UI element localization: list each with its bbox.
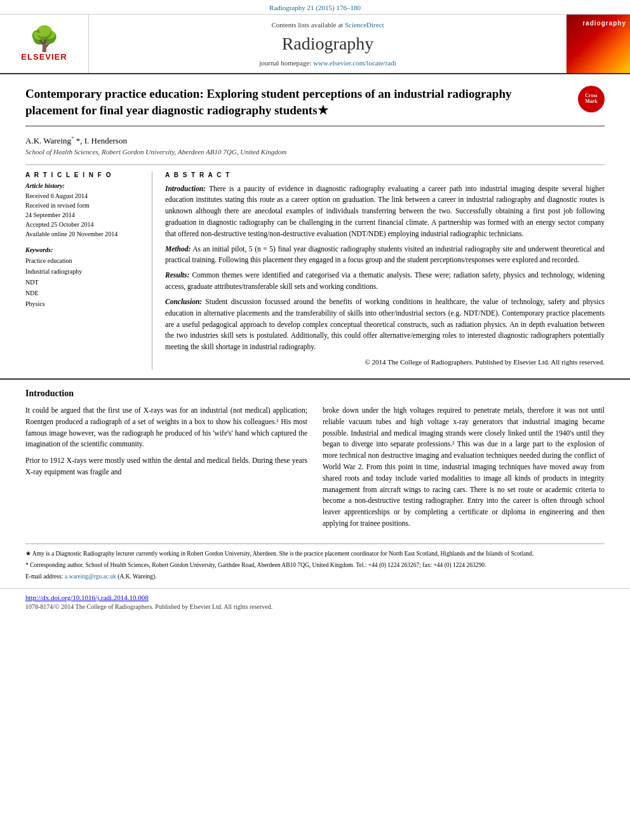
affiliation: School of Health Sciences, Robert Gordon… [25, 148, 605, 156]
journal-cover: radiography [566, 15, 630, 73]
intro-para-2: Prior to 1912 X-rays were mostly used wi… [25, 455, 307, 478]
footnotes-section: ★ Amy is a Diagnostic Radiography lectur… [25, 543, 605, 582]
article-title-section: Contemporary practice education: Explori… [25, 86, 605, 126]
available-date: Available online 20 November 2014 [25, 229, 143, 239]
main-content: Contemporary practice education: Explori… [0, 74, 630, 370]
accepted-date: Accepted 25 October 2014 [25, 220, 143, 229]
issn-line: 1078-8174/© 2014 The College of Radiogra… [25, 603, 605, 610]
keyword-1: Practice education [25, 255, 143, 266]
elsevier-label: ELSEVIER [21, 52, 67, 62]
section-divider [0, 378, 630, 380]
journal-header: 🌳 ELSEVIER Contents lists available at S… [0, 15, 630, 74]
keywords-label: Keywords: [25, 246, 143, 253]
journal-title: Radiography [102, 34, 554, 54]
keyword-2: Industrial radiography [25, 266, 143, 277]
introduction-section: Introduction It could be argued that the… [0, 389, 630, 535]
journal-citation: Radiography 21 (2015) 176–180 [0, 0, 630, 15]
article-title: Contemporary practice education: Explori… [25, 86, 546, 118]
footnote-2: * Corresponding author. School of Health… [25, 561, 605, 570]
journal-title-area: Contents lists available at ScienceDirec… [89, 15, 566, 73]
conclusion-text: Student discussion focussed around the b… [165, 298, 605, 350]
method-label: Method: [165, 245, 191, 253]
method-text: As an initial pilot, 5 (n = 5) final yea… [165, 245, 605, 264]
author-primary: A.K. Wareing [25, 137, 71, 146]
intro-text: There is a paucity of evidence in diagno… [165, 185, 605, 237]
footnote-email: E-mail address: a.wareing@rgu.ac.uk (A.K… [25, 572, 605, 581]
article-history: Article history: Received 6 August 2014 … [25, 182, 143, 239]
science-direct-link[interactable]: ScienceDirect [345, 21, 384, 29]
intro-para-3: broke down under the high voltages requi… [323, 405, 605, 530]
authors-line: A.K. Wareing* *, I. Henderson [25, 135, 605, 146]
article-info-abstract-section: A R T I C L E I N F O Article history: R… [25, 164, 605, 370]
history-label: Article history: [25, 182, 143, 189]
doi-anchor[interactable]: http://dx.doi.org/10.1016/j.radi.2014.10… [25, 594, 149, 601]
doi-link: http://dx.doi.org/10.1016/j.radi.2014.10… [25, 594, 605, 601]
keyword-3: NDT [25, 277, 143, 288]
results-text: Common themes were identified and catego… [165, 271, 605, 290]
intro-para-1: It could be argued that the first use of… [25, 405, 307, 450]
copyright-line: © 2014 The College of Radiographers. Pub… [165, 358, 605, 366]
body-col-left: It could be argued that the first use of… [25, 405, 307, 535]
body-col-right: broke down under the high voltages requi… [323, 405, 605, 535]
homepage-link[interactable]: www.elsevier.com/locate/radi [313, 59, 396, 67]
cover-image: radiography [566, 15, 630, 73]
elsevier-logo: 🌳 ELSEVIER [21, 27, 67, 62]
bottom-bar: http://dx.doi.org/10.1016/j.radi.2014.10… [0, 588, 630, 617]
article-info-heading: A R T I C L E I N F O [25, 171, 143, 178]
citation-text: Radiography 21 (2015) 176–180 [269, 4, 361, 11]
cover-label: radiography [582, 20, 626, 27]
crossmark-badge: CrossMark [578, 86, 605, 112]
abstract-results: Results: Common themes were identified a… [165, 270, 605, 293]
article-info-column: A R T I C L E I N F O Article history: R… [25, 171, 152, 370]
keywords-section: Keywords: Practice education Industrial … [25, 246, 143, 309]
footnote-1: ★ Amy is a Diagnostic Radiography lectur… [25, 549, 605, 558]
page: Radiography 21 (2015) 176–180 🌳 ELSEVIER… [0, 0, 630, 617]
author-sup: * [71, 135, 74, 142]
results-label: Results: [165, 271, 189, 279]
revised-label: Received in revised form [25, 201, 143, 210]
body-two-col: It could be argued that the first use of… [25, 405, 605, 535]
authors-section: A.K. Wareing* *, I. Henderson School of … [25, 135, 605, 155]
abstract-column: A B S T R A C T Introduction: There is a… [165, 171, 605, 370]
abstract-method: Method: As an initial pilot, 5 (n = 5) f… [165, 244, 605, 267]
email-link[interactable]: a.wareing@rgu.ac.uk [65, 573, 116, 580]
tree-icon: 🌳 [21, 27, 67, 51]
science-direct-line: Contents lists available at ScienceDirec… [102, 21, 554, 29]
keyword-4: NDE [25, 288, 143, 298]
abstract-intro: Introduction: There is a paucity of evid… [165, 183, 605, 240]
publisher-logo-area: 🌳 ELSEVIER [0, 15, 89, 73]
abstract-conclusion: Conclusion: Student discussion focussed … [165, 297, 605, 353]
received-date: Received 6 August 2014 [25, 191, 143, 201]
keyword-5: Physics [25, 298, 143, 309]
author-secondary: *, I. Henderson [76, 137, 127, 146]
revised-date: 24 September 2014 [25, 210, 143, 220]
journal-homepage-line: journal homepage: www.elsevier.com/locat… [102, 59, 554, 67]
abstract-heading: A B S T R A C T [165, 171, 605, 178]
intro-label: Introduction: [165, 185, 206, 192]
introduction-title: Introduction [25, 389, 605, 399]
crossmark-label: CrossMark [585, 93, 598, 105]
conclusion-label: Conclusion: [165, 298, 202, 305]
